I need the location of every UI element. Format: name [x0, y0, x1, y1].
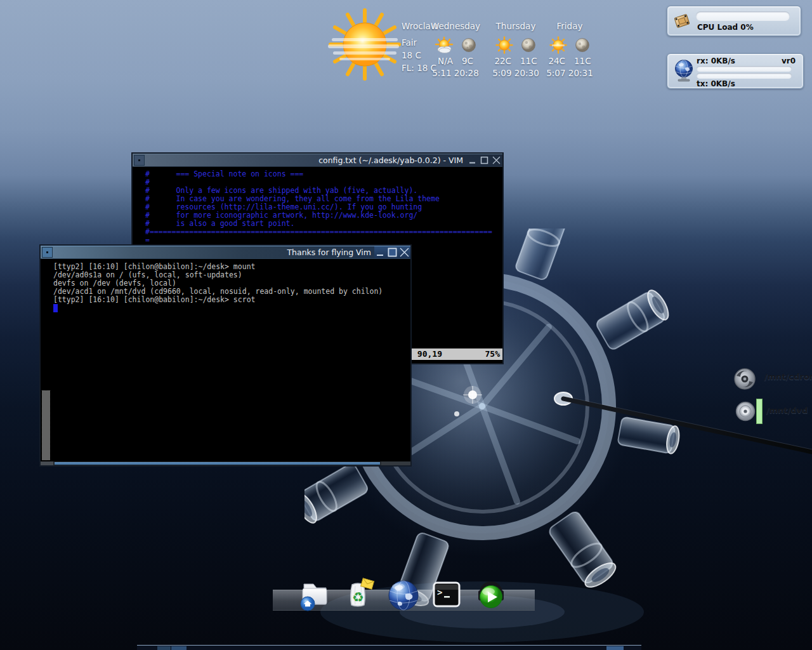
net-rx-bar [697, 66, 792, 72]
weather-current-sun-icon [327, 6, 403, 83]
sun-icon [549, 36, 567, 54]
weather-sunrise: 5:07 [546, 68, 565, 78]
pager-strip[interactable] [137, 645, 641, 650]
cpu-load-label: CPU Load 0% [697, 23, 754, 32]
weather-day-name: Friday [544, 21, 595, 31]
dvd-disc-icon[interactable] [734, 400, 757, 423]
trash-recycle-icon[interactable]: ♻ [341, 576, 377, 613]
pager-cell[interactable] [157, 646, 171, 650]
terminal-window: Thanks for flying Vim [ttyp2] [16:10] [c… [39, 244, 412, 467]
maximize-button[interactable] [386, 246, 398, 258]
weather-sunset: 20:30 [514, 68, 539, 78]
weather-day-name: Wednesday [424, 21, 487, 31]
resize-grip-left[interactable] [41, 461, 53, 465]
vim-ruler: 90,19 [417, 349, 442, 359]
network-monitor-widget: rx: 0KB/s vr0 tx: 0KB/s [667, 53, 804, 89]
weather-sunset: 20:28 [454, 68, 479, 78]
terminal-scrollbar-thumb[interactable] [42, 390, 50, 460]
close-button[interactable] [398, 246, 410, 258]
media-player-icon[interactable] [473, 576, 509, 613]
resize-bar[interactable] [55, 462, 380, 465]
weather-day-friday: Friday 24C [544, 21, 595, 78]
home-folder-icon[interactable] [297, 576, 332, 613]
cpu-load-bar [696, 11, 790, 21]
vim-buffer-text: # === Special note on icons ===## Only a… [145, 170, 492, 244]
weather-sunrise: 5:09 [492, 68, 511, 78]
close-button[interactable] [490, 154, 502, 166]
window-menu-button[interactable] [134, 155, 145, 166]
weather-temperature: 18 C [402, 50, 421, 60]
weather-day-wednesday: Wednesday [424, 21, 487, 78]
svg-text:>: > [437, 587, 442, 597]
vim-titlebar[interactable]: config.txt (~/.adesk/yab-0.0.2) - VIM [133, 154, 502, 167]
terminal-icon[interactable]: > [429, 576, 464, 613]
weather-sunset: 20:31 [568, 68, 593, 78]
window-menu-button[interactable] [42, 247, 53, 258]
desktop: Wroclaw Fair 18 C FL: 18 C Wednesday [0, 0, 812, 650]
weather-day-temp: 24C [548, 56, 565, 66]
weather-day-temp: 22C [494, 56, 511, 66]
web-browser-icon[interactable] [386, 576, 421, 613]
weather-night-temp: 11C [520, 56, 537, 66]
sun-cloud-icon [435, 36, 454, 54]
maximize-button[interactable] [478, 154, 490, 166]
terminal-output-area[interactable]: [ttyp2] [16:10] [chilon@babilon]:~/desk>… [41, 259, 410, 461]
net-tx-label: tx: 0KB/s [697, 79, 735, 88]
moon-icon [461, 37, 476, 53]
weather-day-temp: N/A [438, 56, 453, 66]
vim-window-title: config.txt (~/.adesk/yab-0.0.2) - VIM [318, 156, 466, 165]
weather-night-temp: 11C [574, 56, 591, 66]
moon-icon [521, 37, 536, 53]
sun-icon [495, 36, 513, 54]
moon-icon [575, 37, 590, 53]
cpu-chip-icon [672, 11, 691, 30]
dvd-mounted-indicator [756, 399, 763, 424]
weather-condition: Fair [402, 37, 417, 48]
minimize-button[interactable] [374, 246, 386, 258]
pager-cell[interactable] [171, 646, 187, 650]
weather-day-thursday: Thursday 22C 11C [490, 21, 541, 78]
weather-widget: Wroclaw Fair 18 C FL: 18 C Wednesday [320, 5, 606, 81]
window-bottom-border[interactable] [41, 461, 410, 465]
resize-grip-right[interactable] [381, 461, 410, 465]
net-rx-label: rx: 0KB/s [697, 56, 735, 65]
cpu-monitor-widget: CPU Load 0% [667, 6, 801, 36]
terminal-cursor [53, 304, 58, 312]
weather-sunrise: 5:11 [432, 68, 451, 78]
pager-cell[interactable] [606, 646, 624, 650]
minimize-button[interactable] [466, 154, 478, 166]
weather-night-temp: 9C [462, 56, 473, 66]
dvd-mount-label[interactable]: /mnt/dvd [766, 406, 808, 415]
terminal-window-title: Thanks for flying Vim [287, 248, 374, 257]
network-globe-icon [672, 59, 695, 83]
terminal-output-text: [ttyp2] [16:10] [chilon@babilon]:~/desk>… [53, 263, 383, 304]
net-interface-label: vr0 [782, 56, 796, 65]
net-tx-bar [697, 73, 792, 79]
cdrom-mount-label[interactable]: /mnt/cdrom [764, 372, 812, 381]
weather-day-name: Thursday [490, 21, 541, 31]
terminal-titlebar[interactable]: Thanks for flying Vim [41, 246, 410, 259]
cdrom-disc-icon[interactable] [732, 366, 757, 392]
vim-scroll-position: 75% [485, 349, 500, 359]
svg-text:♻: ♻ [352, 590, 364, 605]
